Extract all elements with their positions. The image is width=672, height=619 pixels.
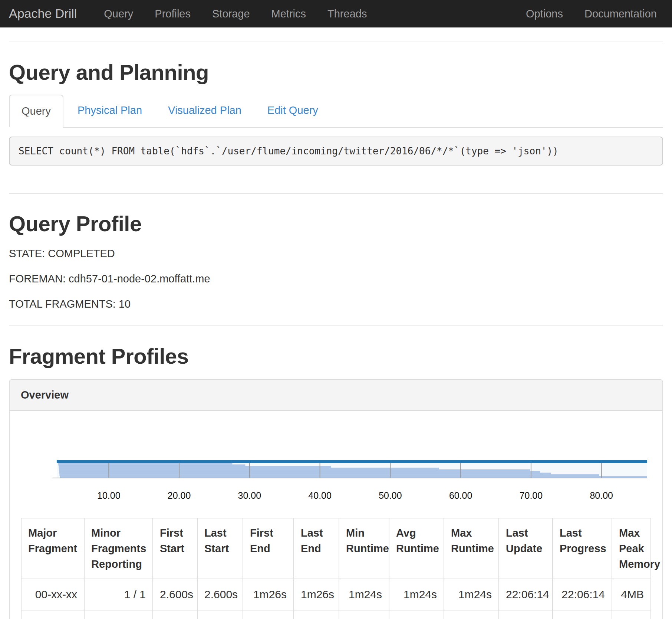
column-header: Max Peak Memory xyxy=(612,518,651,579)
navbar-item-link[interactable]: Query xyxy=(93,6,144,22)
tab-physical-plan: Physical Plan xyxy=(66,95,156,127)
table-cell: 2.600s xyxy=(153,579,197,610)
tab-visualized-plan: Visualized Plan xyxy=(156,95,256,127)
query-total-fragments: TOTAL FRAGMENTS: 10 xyxy=(9,297,663,312)
navbar-item-link[interactable]: Metrics xyxy=(261,6,317,22)
navbar-item-link[interactable]: Options xyxy=(515,6,574,22)
column-header: Major Fragment xyxy=(21,518,84,579)
navbar-menu-right: OptionsDocumentation xyxy=(515,6,672,22)
table-cell: 1m26s xyxy=(243,579,294,610)
chart-minor-fragment-bar xyxy=(59,468,439,469)
chart-minor-fragment-bar xyxy=(59,466,331,468)
table-cell: 22:06:14 xyxy=(499,610,553,619)
table-cell: 9 / 9 xyxy=(84,610,153,619)
table-row: 00-xx-xx1 / 12.600s2.600s1m26s1m26s1m24s… xyxy=(21,579,651,610)
chart-major-fragment-bar xyxy=(57,460,647,463)
table-body: 00-xx-xx1 / 12.600s2.600s1m26s1m26s1m24s… xyxy=(21,579,651,619)
chart-tick-label: 70.00 xyxy=(520,490,543,501)
table-cell: 1 / 1 xyxy=(84,579,153,610)
query-foreman: FOREMAN: cdh57-01-node-02.moffatt.me xyxy=(9,271,663,286)
table-cell: 1m24s xyxy=(444,610,499,619)
navbar-item-link[interactable]: Profiles xyxy=(144,6,201,22)
navbar-item-threads: Threads xyxy=(317,6,378,22)
overview-panel: Overview 10.0020.0030.0040.0050.0060.007… xyxy=(9,379,663,619)
divider xyxy=(9,42,663,42)
page-container: Query and Planning QueryPhysical PlanVis… xyxy=(0,42,672,619)
table-cell: 22:06:14 xyxy=(553,610,612,619)
chart-tick-label: 20.00 xyxy=(168,490,191,501)
tab-query: Query xyxy=(9,95,66,127)
table-cell: 1m24s xyxy=(444,579,499,610)
query-state: STATE: COMPLETED xyxy=(9,246,663,261)
table-cell: 24.731s xyxy=(339,610,389,619)
navbar-item-options: Options xyxy=(515,6,574,22)
column-header: Last Progress xyxy=(553,518,612,579)
sql-query-text: SELECT count(*) FROM table(`hdfs`.`/user… xyxy=(9,137,663,166)
navbar-brand[interactable]: Apache Drill xyxy=(0,5,93,23)
chart-minor-fragment-bar xyxy=(58,463,232,465)
navbar-item-link[interactable]: Documentation xyxy=(574,6,668,22)
chart-tick-label: 40.00 xyxy=(308,490,331,501)
overview-panel-heading: Overview xyxy=(10,380,662,411)
table-cell: 00-xx-xx xyxy=(21,579,84,610)
chart-tick-label: 30.00 xyxy=(238,490,261,501)
fragment-profiles-title: Fragment Profiles xyxy=(9,341,663,371)
chart-tick-label: 50.00 xyxy=(379,490,402,501)
table-cell: 1m26s xyxy=(294,610,339,619)
table-cell: 1m24s xyxy=(389,579,444,610)
chart-minor-fragment-bar xyxy=(59,469,530,471)
overview-panel-body: 10.0020.0030.0040.0050.0060.0070.0080.00… xyxy=(10,411,662,619)
column-header: Last Start xyxy=(197,518,243,579)
table-cell: 24MB xyxy=(612,610,651,619)
table-cell: 4MB xyxy=(612,579,651,610)
column-header: First End xyxy=(243,518,294,579)
query-and-planning-title: Query and Planning xyxy=(9,57,663,87)
chart-tick-label: 60.00 xyxy=(449,490,472,501)
table-header-row: Major FragmentMinor Fragments ReportingF… xyxy=(21,518,651,579)
fragment-overview-table: Major FragmentMinor Fragments ReportingF… xyxy=(21,518,651,619)
table-row: 01-xx-xx9 / 92.822s3.025s27.553s1m26s24.… xyxy=(21,610,651,619)
tab-link[interactable]: Physical Plan xyxy=(66,95,154,126)
chart-minor-fragment-bar xyxy=(59,474,599,476)
navbar-menu: QueryProfilesStorageMetricsThreads xyxy=(93,6,378,22)
navbar-item-link[interactable]: Storage xyxy=(201,6,261,22)
fragment-timeline-chart: 10.0020.0030.0040.0050.0060.0070.0080.00 xyxy=(21,422,651,507)
table-cell: 3.025s xyxy=(197,610,243,619)
table-cell: 27.553s xyxy=(243,610,294,619)
tab-edit-query: Edit Query xyxy=(256,95,332,127)
table-cell: 1m24s xyxy=(339,579,389,610)
column-header: First Start xyxy=(153,518,197,579)
table-cell: 2.822s xyxy=(153,610,197,619)
navbar-item-profiles: Profiles xyxy=(144,6,201,22)
chart-tick-label: 10.00 xyxy=(97,490,120,501)
table-cell: 56.837s xyxy=(389,610,444,619)
navbar-item-metrics: Metrics xyxy=(261,6,317,22)
tab-link[interactable]: Query xyxy=(9,95,63,128)
tab-link[interactable]: Edit Query xyxy=(256,95,330,126)
table-cell: 22:06:14 xyxy=(499,579,553,610)
column-header: Min Runtime xyxy=(339,518,389,579)
navbar-item-link[interactable]: Threads xyxy=(317,6,378,22)
table-cell: 2.600s xyxy=(197,579,243,610)
chart-minor-fragment-bar xyxy=(59,471,540,473)
navbar-item-storage: Storage xyxy=(201,6,261,22)
column-header: Last Update xyxy=(499,518,553,579)
table-cell: 01-xx-xx xyxy=(21,610,84,619)
tab-link[interactable]: Visualized Plan xyxy=(156,95,253,126)
column-header: Max Runtime xyxy=(444,518,499,579)
table-cell: 22:06:14 xyxy=(553,579,612,610)
chart-minor-fragment-bar xyxy=(59,464,246,466)
column-header: Avg Runtime xyxy=(389,518,444,579)
divider xyxy=(9,193,663,194)
navbar-item-query: Query xyxy=(93,6,144,22)
chart-minor-fragment-bar xyxy=(59,473,551,475)
chart-minor-fragment-bar xyxy=(60,476,647,478)
query-profile-title: Query Profile xyxy=(9,209,663,239)
column-header: Minor Fragments Reporting xyxy=(84,518,153,579)
column-header: Last End xyxy=(294,518,339,579)
table-cell: 1m26s xyxy=(294,579,339,610)
navbar-item-documentation: Documentation xyxy=(574,6,668,22)
chart-tick-label: 80.00 xyxy=(590,490,613,501)
navbar: Apache Drill QueryProfilesStorageMetrics… xyxy=(0,0,672,27)
divider xyxy=(9,325,663,326)
